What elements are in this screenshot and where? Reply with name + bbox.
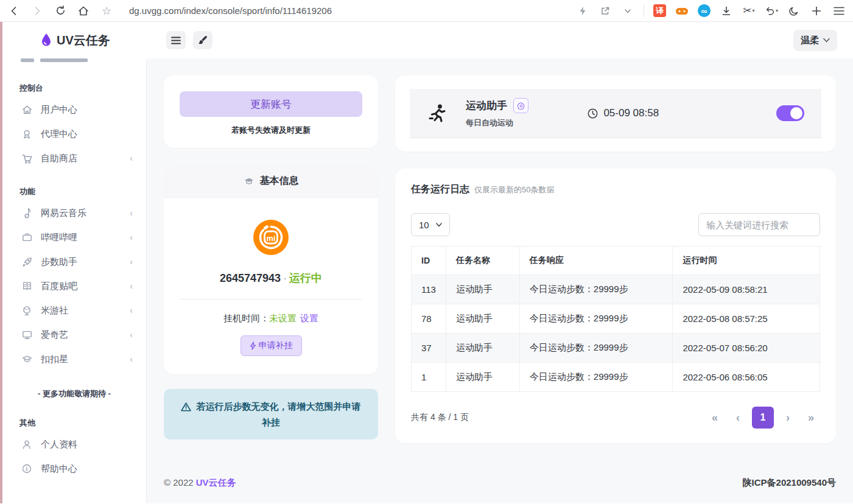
browser-menu-icon[interactable]	[832, 4, 846, 18]
task-subtitle: 每日自动运动	[466, 117, 528, 128]
home-icon[interactable]	[77, 4, 90, 18]
chevron-down-icon[interactable]	[621, 4, 634, 18]
account-card: 更新账号 若账号失效请及时更新	[164, 75, 378, 148]
divider	[180, 299, 362, 299]
user-menu[interactable]: 温柔	[793, 30, 837, 51]
share-icon[interactable]	[599, 4, 612, 18]
hang-time-label: 挂机时间：	[223, 313, 269, 323]
translate-extension-icon[interactable]: 译	[653, 4, 666, 17]
theme-brush-button[interactable]	[193, 31, 212, 49]
book-icon	[21, 281, 33, 292]
sidebar-item-iqiyi[interactable]: 爱奇艺 ‹	[2, 323, 146, 347]
sidebar: 控制台 用户中心 代理中心 自助商店 ‹ 功能	[2, 58, 147, 503]
warning-icon	[181, 402, 191, 411]
back-icon[interactable]	[7, 4, 21, 18]
more-features-note: - 更多功能敬请期待 -	[2, 388, 146, 399]
sport-assistant-card: 运动助手 每日自动运动 05-09 08:58	[395, 75, 836, 152]
collapse-chevron-icon: ‹	[130, 233, 133, 242]
dark-mode-moon-icon[interactable]	[787, 4, 801, 18]
table-row: 1 运动助手 今日运动步数：29999步 2022-05-06 08:56:05	[412, 363, 820, 392]
records-summary: 共有 4 条 / 1 页	[411, 412, 469, 423]
update-account-button[interactable]: 更新账号	[180, 91, 362, 117]
address-bar[interactable]: dg.uvgg.com/index/console/sport/info/111…	[129, 5, 332, 16]
next-run-time: 05-09 08:58	[587, 107, 659, 119]
page-size-select[interactable]: 10	[411, 213, 450, 236]
app-header: UV云任务 温柔	[2, 22, 853, 58]
runner-icon	[427, 103, 448, 124]
refresh-icon[interactable]	[54, 4, 67, 18]
sidebar-section-other: 其他	[2, 402, 146, 432]
prev-page-button[interactable]: ‹	[729, 411, 747, 424]
warning-text: 若运行后步数无变化，请增大范围并申请补挂	[197, 401, 361, 427]
icp-number: 陕ICP备2021009540号	[743, 477, 836, 489]
page-footer: © 2022 UV云任务 陕ICP备2021009540号	[164, 477, 836, 500]
table-header-row: ID 任务名称 任务响应 运行时间	[412, 247, 820, 275]
infinity-extension-icon[interactable]: ∞	[698, 4, 711, 17]
scissors-icon[interactable]: ✂▾	[742, 4, 756, 18]
hang-time-settings-link[interactable]: 设置	[300, 313, 318, 323]
sidebar-item-profile[interactable]: 个人资料	[2, 432, 146, 457]
graduation-cap-icon	[244, 177, 254, 186]
sport-task-row: 运动助手 每日自动运动 05-09 08:58	[410, 89, 821, 138]
basic-info-card: 基本信息 mi	[164, 165, 378, 374]
sidebar-item-user-center[interactable]: 用户中心	[2, 97, 146, 122]
user-name: 温柔	[801, 35, 819, 46]
apply-rehang-button[interactable]: 申请补挂	[240, 335, 302, 356]
account-note: 若账号失效请及时更新	[180, 125, 362, 136]
chevron-down-icon	[823, 38, 830, 43]
task-settings-button[interactable]	[513, 98, 528, 113]
task-title: 运动助手	[466, 99, 507, 113]
browser-toolbar: ☆ dg.uvgg.com/index/console/sport/info/1…	[0, 0, 853, 22]
collapse-chevron-icon: ‹	[130, 330, 133, 340]
sidebar-item-self-store[interactable]: 自助商店 ‹	[2, 146, 146, 170]
cart-icon	[21, 153, 33, 164]
flash-icon[interactable]	[576, 4, 589, 18]
new-tab-plus-icon[interactable]	[810, 4, 823, 18]
globe-icon	[21, 305, 33, 317]
sidebar-section-console: 控制台	[2, 67, 146, 97]
copyright-text: © 2022	[164, 477, 194, 488]
collapse-chevron-icon: ‹	[130, 257, 133, 267]
home-icon	[21, 104, 33, 116]
sidebar-item-netease-music[interactable]: 网易云音乐 ‹	[2, 201, 146, 225]
brush-icon	[198, 35, 208, 45]
hang-time-line: 挂机时间：未设置设置	[180, 313, 362, 324]
first-page-button[interactable]: «	[706, 411, 724, 424]
xiaomi-logo: mi	[253, 220, 289, 255]
account-status-line: 2645747943·运行中	[180, 271, 362, 285]
task-toggle-switch[interactable]	[776, 105, 804, 121]
footer-brand-link[interactable]: UV云任务	[196, 477, 236, 488]
hang-time-value: 未设置	[269, 313, 297, 323]
toggle-knob	[790, 107, 802, 119]
sidebar-item-miyoushe[interactable]: 米游社 ‹	[2, 298, 146, 323]
undo-icon[interactable]: ▾	[765, 4, 778, 18]
bookmark-star-icon[interactable]: ☆	[100, 4, 113, 18]
account-id: 2645747943	[220, 272, 281, 284]
sidebar-item-step-assistant[interactable]: 步数助手 ‹	[2, 250, 146, 274]
current-page-button[interactable]: 1	[752, 407, 774, 429]
last-page-button[interactable]: »	[802, 411, 820, 424]
gamepad-extension-icon[interactable]	[675, 4, 689, 18]
sidebar-item-help-center[interactable]: 帮助中心	[2, 457, 146, 481]
collapse-chevron-icon: ‹	[130, 153, 133, 163]
collapse-chevron-icon: ‹	[130, 208, 133, 218]
log-search-input[interactable]	[698, 213, 820, 236]
sidebar-item-koukouxing[interactable]: 扣扣星 ‹	[2, 347, 146, 371]
forward-icon[interactable]	[30, 4, 44, 18]
collapse-chevron-icon: ‹	[130, 306, 133, 315]
table-row: 113 运动助手 今日运动步数：29999步 2022-05-09 08:58:…	[412, 275, 820, 304]
download-icon[interactable]	[720, 4, 733, 18]
col-run-time: 运行时间	[673, 247, 820, 275]
sidebar-toggle-button[interactable]	[166, 31, 186, 49]
person-icon	[21, 439, 33, 450]
hamburger-icon	[171, 37, 181, 44]
monitor-icon	[21, 329, 33, 340]
sidebar-item-bilibili[interactable]: 哔哩哔哩 ‹	[2, 225, 146, 250]
next-page-button[interactable]: ›	[779, 411, 797, 424]
toolbar-divider	[644, 5, 644, 17]
app-title: UV云任务	[57, 32, 110, 49]
sidebar-section-features: 功能	[2, 170, 146, 201]
sidebar-item-baidu-tieba[interactable]: 百度贴吧 ‹	[2, 274, 146, 298]
svg-text:mi: mi	[266, 234, 275, 243]
sidebar-item-agent-center[interactable]: 代理中心	[2, 122, 146, 146]
